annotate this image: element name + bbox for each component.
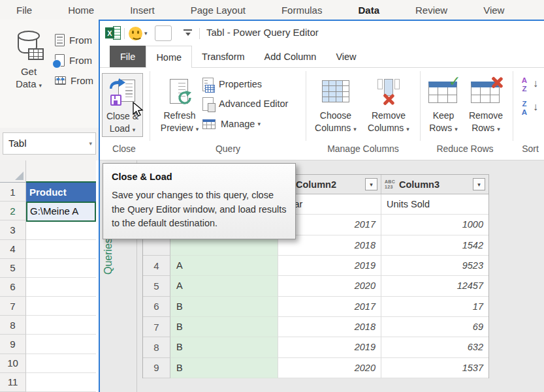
excel-tab-view[interactable]: View bbox=[483, 5, 504, 16]
grid-row-header[interactable]: 9 bbox=[143, 358, 170, 378]
quick-access-blank-icon[interactable] bbox=[155, 25, 172, 41]
row-header-8[interactable]: 8 bbox=[0, 316, 26, 335]
column3-header[interactable]: Column3 bbox=[381, 175, 488, 194]
pq-tab-add-column[interactable]: Add Column bbox=[255, 46, 327, 68]
pq-tab-home[interactable]: Home bbox=[146, 46, 192, 68]
row-header-11[interactable]: 11 bbox=[0, 373, 26, 392]
grid-cell-column3[interactable]: 1537 bbox=[381, 358, 488, 378]
grid-cell-column3[interactable]: 632 bbox=[381, 337, 488, 357]
cell[interactable] bbox=[26, 240, 96, 259]
cell[interactable] bbox=[26, 297, 96, 316]
grid-cell-column3[interactable]: 9523 bbox=[381, 256, 488, 276]
advanced-editor-button[interactable]: Advanced Editor bbox=[202, 96, 288, 112]
refresh-label-line2: Preview bbox=[161, 123, 193, 133]
queries-pane-collapsed[interactable]: Queries bbox=[99, 234, 131, 279]
save-floppy-icon bbox=[110, 95, 121, 106]
row-header-6[interactable]: 6 bbox=[0, 278, 26, 297]
screen: FileHomeInsertPage LayoutFormulasDataRev… bbox=[0, 0, 544, 392]
grid-cell-column1[interactable]: B bbox=[170, 358, 278, 378]
cell[interactable] bbox=[26, 278, 96, 297]
choose-columns-button[interactable]: Choose Columns bbox=[312, 73, 359, 137]
remove-rows-button[interactable]: Remove Rows bbox=[465, 73, 507, 137]
grid-cell-column3[interactable]: 1542 bbox=[381, 235, 488, 256]
from-button[interactable]: From bbox=[55, 70, 93, 91]
grid-cell-column2[interactable]: 2017 bbox=[278, 297, 381, 317]
column2-header-label: Column2 bbox=[296, 179, 336, 190]
cell[interactable] bbox=[26, 259, 96, 278]
name-box[interactable]: Tabl bbox=[3, 132, 96, 155]
grid-cell-column2[interactable]: 2018 bbox=[278, 317, 381, 337]
row-header-2[interactable]: 2 bbox=[0, 202, 26, 220]
grid-cell-column3[interactable]: 17 bbox=[381, 297, 488, 317]
keep-rows-button[interactable]: Keep Rows bbox=[424, 73, 462, 137]
grid-row-header[interactable]: 7 bbox=[143, 317, 170, 337]
remove-columns-button[interactable]: Remove Columns bbox=[361, 73, 416, 137]
column-type-icon bbox=[385, 179, 399, 189]
cell[interactable] bbox=[26, 220, 96, 239]
sort-descending-button[interactable] bbox=[519, 99, 540, 119]
from-button[interactable]: From bbox=[55, 50, 93, 70]
grid-cell-column3[interactable]: 69 bbox=[381, 317, 488, 337]
get-data-label-line2: Data bbox=[16, 78, 37, 89]
manage-button[interactable]: Manage bbox=[202, 116, 261, 132]
grid-cell-column3[interactable]: Units Sold bbox=[381, 194, 488, 215]
grid-row-header[interactable]: 5 bbox=[143, 276, 170, 296]
row-header-3[interactable]: 3 bbox=[0, 220, 26, 239]
excel-tab-insert[interactable]: Insert bbox=[130, 5, 155, 16]
cell[interactable] bbox=[26, 335, 96, 354]
from-buttons-list: FromFromFrom bbox=[55, 30, 93, 91]
pq-tab-transform[interactable]: Transform bbox=[192, 46, 255, 68]
divider bbox=[124, 28, 125, 39]
smiley-feedback-icon[interactable] bbox=[129, 27, 142, 40]
row-header-1[interactable]: 1 bbox=[0, 183, 26, 202]
row-header-10[interactable]: 10 bbox=[0, 354, 26, 373]
grid-cell-column1[interactable]: B bbox=[170, 297, 278, 317]
excel-tab-formulas[interactable]: Formulas bbox=[281, 5, 323, 16]
excel-tab-review[interactable]: Review bbox=[415, 5, 447, 16]
table-icon bbox=[55, 76, 66, 85]
cell[interactable] bbox=[26, 316, 96, 335]
from-button[interactable]: From bbox=[55, 30, 93, 50]
grid-row-header[interactable]: 6 bbox=[143, 297, 170, 317]
filter-button[interactable] bbox=[365, 178, 377, 190]
grid-cell-column2[interactable]: 2019 bbox=[278, 337, 381, 357]
filter-button[interactable] bbox=[473, 178, 485, 190]
grid-cell-column3[interactable]: 12457 bbox=[381, 276, 488, 296]
excel-tab-data[interactable]: Data bbox=[358, 5, 379, 16]
cell-selected[interactable]: G:\Meine A bbox=[26, 202, 96, 222]
excel-tab-file[interactable]: File bbox=[16, 5, 32, 16]
row-header-4[interactable]: 4 bbox=[0, 240, 26, 259]
row-header-9[interactable]: 9 bbox=[0, 335, 26, 354]
refresh-preview-button[interactable]: Refresh Preview bbox=[154, 73, 205, 137]
customize-quick-access-toolbar-icon[interactable] bbox=[184, 29, 192, 36]
grid-cell-column2[interactable]: 2020 bbox=[278, 358, 381, 378]
cell[interactable] bbox=[26, 373, 96, 392]
excel-tab-page-layout[interactable]: Page Layout bbox=[191, 5, 246, 16]
web-icon bbox=[55, 54, 65, 67]
properties-button[interactable]: Properties bbox=[202, 76, 262, 92]
grid-row-header[interactable]: 4 bbox=[143, 256, 170, 276]
pq-tab-file[interactable]: File bbox=[110, 46, 146, 68]
get-data-button[interactable]: Get Data bbox=[8, 31, 50, 92]
select-all-corner[interactable] bbox=[0, 160, 26, 183]
excel-tab-home[interactable]: Home bbox=[68, 5, 94, 16]
column-a-header[interactable] bbox=[26, 160, 96, 183]
row-header-5[interactable]: 5 bbox=[0, 259, 26, 278]
row-header-7[interactable]: 7 bbox=[0, 297, 26, 316]
choose-columns-icon bbox=[322, 80, 349, 102]
grid-cell-column1[interactable]: B bbox=[170, 317, 278, 337]
cell-product-header[interactable]: Product bbox=[26, 183, 96, 202]
grid-row-header[interactable]: 8 bbox=[143, 337, 170, 357]
grid-cell-column1[interactable]: B bbox=[170, 337, 278, 357]
grid-cell-column3[interactable]: 1000 bbox=[381, 215, 488, 235]
grid-cell-column1[interactable]: A bbox=[170, 276, 278, 296]
grid-cell-column2[interactable]: 2019 bbox=[278, 256, 381, 276]
cell[interactable] bbox=[26, 354, 96, 373]
grid-cell-column1[interactable]: A bbox=[170, 256, 278, 276]
blue-arrow-icon bbox=[108, 78, 126, 90]
excel-ribbon-tab-bar: FileHomeInsertPage LayoutFormulasDataRev… bbox=[0, 0, 544, 20]
title-bar[interactable]: Tabl - Power Query Editor bbox=[100, 21, 544, 46]
sort-ascending-button[interactable] bbox=[519, 76, 540, 95]
pq-tab-view[interactable]: View bbox=[326, 46, 366, 68]
grid-cell-column2[interactable]: 2020 bbox=[278, 276, 381, 296]
